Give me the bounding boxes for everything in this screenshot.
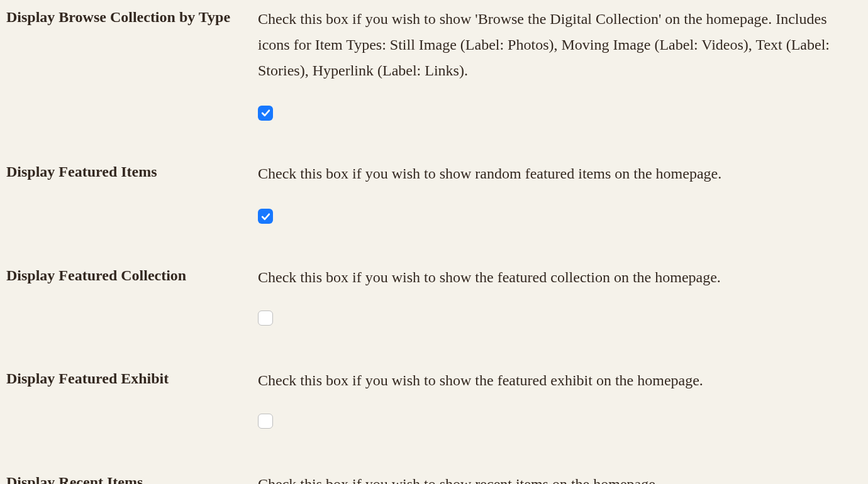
checkbox-browse-collection-by-type[interactable]	[258, 106, 273, 121]
setting-row-recent-items: Display Recent Items Check this box if y…	[6, 471, 855, 484]
setting-label: Display Browse Collection by Type	[6, 6, 258, 28]
setting-description: Check this box if you wish to show rando…	[258, 161, 855, 187]
setting-label: Display Recent Items	[6, 471, 258, 484]
setting-description: Check this box if you wish to show the f…	[258, 265, 855, 290]
setting-description: Check this box if you wish to show recen…	[258, 471, 855, 484]
setting-description: Check this box if you wish to show 'Brow…	[258, 6, 855, 83]
checkbox-checked-icon	[258, 106, 273, 121]
setting-content: Check this box if you wish to show recen…	[258, 471, 855, 484]
checkbox-unchecked-icon	[258, 311, 273, 326]
setting-content: Check this box if you wish to show 'Brow…	[258, 6, 855, 126]
setting-row-browse-collection-by-type: Display Browse Collection by Type Check …	[6, 6, 855, 126]
checkbox-unchecked-icon	[258, 414, 273, 429]
checkbox-featured-items[interactable]	[258, 209, 273, 224]
setting-label: Display Featured Exhibit	[6, 368, 258, 390]
setting-row-featured-exhibit: Display Featured Exhibit Check this box …	[6, 368, 855, 437]
checkbox-checked-icon	[258, 209, 273, 224]
setting-row-featured-collection: Display Featured Collection Check this b…	[6, 265, 855, 334]
checkbox-featured-collection[interactable]	[258, 311, 273, 326]
setting-content: Check this box if you wish to show the f…	[258, 265, 855, 334]
setting-content: Check this box if you wish to show rando…	[258, 161, 855, 230]
setting-label: Display Featured Items	[6, 161, 258, 183]
setting-description: Check this box if you wish to show the f…	[258, 368, 855, 393]
setting-label: Display Featured Collection	[6, 265, 258, 287]
setting-row-featured-items: Display Featured Items Check this box if…	[6, 161, 855, 230]
setting-content: Check this box if you wish to show the f…	[258, 368, 855, 437]
checkbox-featured-exhibit[interactable]	[258, 414, 273, 429]
